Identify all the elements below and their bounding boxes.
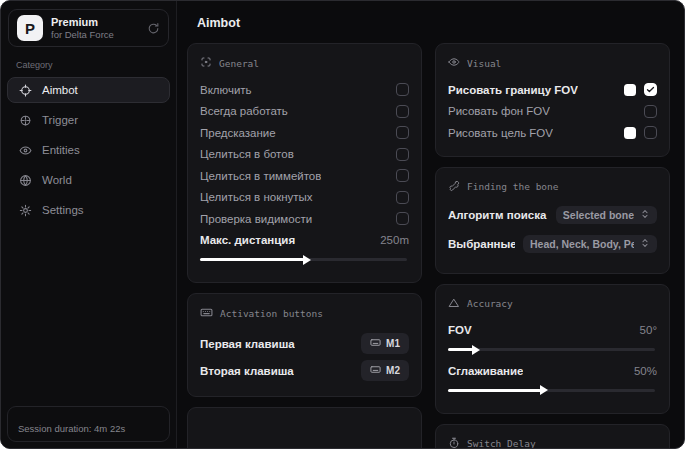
visual-label: Рисовать границу FOV [448,84,578,96]
panel-title: Activation buttons [220,308,323,319]
toggle-row: Предсказание [200,122,409,144]
checkbox[interactable] [396,148,409,161]
keybind-value: M1 [386,338,400,349]
visual-label: Рисовать цель FOV [448,127,553,139]
sidebar-item-label: Trigger [42,114,78,126]
sidebar-item-label: Entities [42,144,80,156]
visual-label: Рисовать фон FOV [448,105,550,117]
gear-icon [19,204,32,217]
sidebar-item-label: Settings [42,204,84,216]
dropdown-value: Head, Neck, Body, Pe... [530,238,634,250]
sidebar-nav: Aimbot Trigger Entities World Settings [7,77,170,227]
switch-delay-panel-header: Switch Delay [448,437,657,449]
sidebar-item-world[interactable]: World [7,167,170,193]
category-label: Category [16,60,161,70]
toggle-row: Целиться в тиммейтов [200,165,409,187]
activation-panel-header: Activation buttons [200,306,409,321]
toggle-row: Включить [200,79,409,101]
eye-icon [448,56,460,70]
sidebar-item-settings[interactable]: Settings [7,197,170,223]
dropdown-label: Выбранные кости [448,238,515,250]
checkbox[interactable] [396,105,409,118]
slider-value: 250m [380,234,409,246]
toggle-label: Всегда работать [200,105,288,117]
color-swatch[interactable] [624,84,636,96]
sidebar-item-aimbot[interactable]: Aimbot [7,77,170,103]
slider-label: Сглаживание [448,365,523,377]
slider-fill[interactable] [200,258,304,261]
keyboard-icon [370,364,381,377]
checkbox[interactable] [396,169,409,182]
keybind-row: Вторая клавиша M2 [200,357,409,384]
gauge-icon [448,297,460,311]
panel-title: Switch Delay [467,438,536,448]
toggle-label: Целиться в нокнутых [200,191,313,203]
slider-row: Макс. дистанция 250m [200,230,409,252]
toggle-label: Целиться в ботов [200,148,294,160]
slider-row: FOV 50° [448,320,657,342]
bone-panel-header: Finding the bone [448,180,657,194]
dropdown-label: Алгоритм поиска кости [448,209,548,221]
checkbox[interactable] [396,126,409,139]
app-logo: P [17,15,43,41]
slider-fill[interactable] [448,348,473,351]
keybind-value: M2 [386,365,400,376]
visual-panel-header: Visual [448,56,657,70]
keyboard-icon [200,306,213,321]
sidebar-item-entities[interactable]: Entities [7,137,170,163]
visual-row: Рисовать фон FOV [448,101,657,123]
timer-icon [448,437,460,449]
smoothing-slider[interactable] [448,389,655,392]
sidebar-item-trigger[interactable]: Trigger [7,107,170,133]
refresh-icon[interactable] [147,22,160,35]
keybind-button-m1[interactable]: M1 [361,333,409,354]
slider-value: 50° [640,324,657,336]
panel-title: Accuracy [467,298,513,309]
selected-bones-dropdown[interactable]: Head, Neck, Body, Pe... [523,235,657,253]
slider-row: Сглаживание 50% [448,360,657,382]
checkbox[interactable] [396,212,409,225]
slider-fill[interactable] [448,389,541,392]
keybind-label: Вторая клавиша [200,365,294,377]
sidebar-item-label: Aimbot [42,84,78,96]
left-column: General Включить Всегда работать Предска… [187,43,422,448]
session-duration: Session duration: 4m 22s [7,406,170,442]
checkbox[interactable] [396,191,409,204]
accuracy-panel-header: Accuracy [448,297,657,311]
switch-delay-panel: Switch Delay Задержка переключения Задер… [435,424,670,449]
bone-row: Алгоритм поиска кости Selected bone [448,203,657,228]
bone-icon [448,180,460,194]
slider-label: Макс. дистанция [200,234,295,246]
toggle-row: Целиться в нокнутых [200,187,409,209]
right-column: Visual Рисовать границу FOV Рисовать фон… [435,43,670,448]
panel-title: General [219,58,259,69]
fov-slider[interactable] [448,348,655,351]
empty-panel [187,407,422,448]
bone-algorithm-dropdown[interactable]: Selected bone [556,206,657,224]
entities-icon [19,144,32,157]
finding-bone-panel: Finding the bone Алгоритм поиска кости S… [435,167,670,274]
toggle-row: Проверка видимости [200,208,409,230]
brand-subtitle: for Delta Force [51,29,114,40]
checkbox[interactable] [644,105,657,118]
checkbox[interactable] [396,83,409,96]
max-distance-slider[interactable] [200,258,407,261]
toggle-row: Целиться в ботов [200,144,409,166]
visual-row: Рисовать цель FOV [448,122,657,144]
slider-label: FOV [448,324,472,336]
slider-value: 50% [634,365,657,377]
accuracy-panel: Accuracy FOV 50° Сглаживание 50% [435,284,670,414]
visual-panel: Visual Рисовать границу FOV Рисовать фон… [435,43,670,157]
unfold-icon [640,209,650,221]
toggle-row: Всегда работать [200,101,409,123]
dropdown-value: Selected bone [563,209,634,221]
toggle-label: Включить [200,84,252,96]
scan-icon [200,56,212,70]
keybind-button-m2[interactable]: M2 [361,360,409,381]
color-swatch[interactable] [624,127,636,139]
checkbox[interactable] [644,126,657,139]
unfold-icon [640,238,650,250]
main-content: Aimbot General Включить Всегда работать [177,1,684,448]
toggle-label: Целиться в тиммейтов [200,170,321,182]
checkbox[interactable] [644,83,657,96]
